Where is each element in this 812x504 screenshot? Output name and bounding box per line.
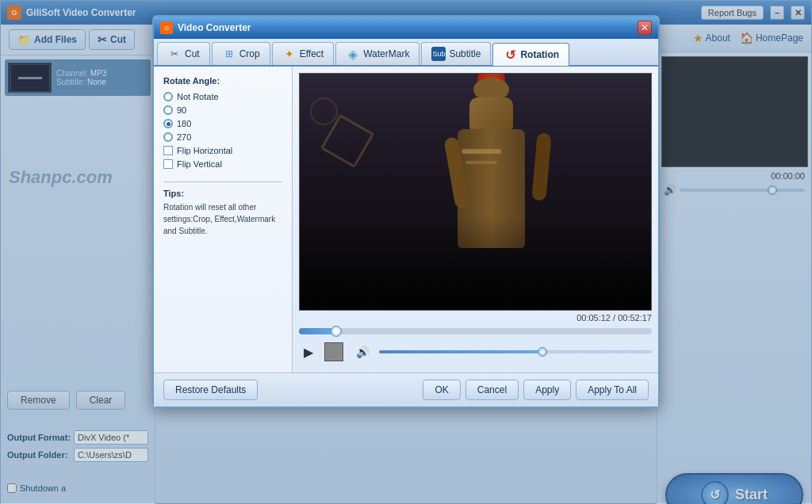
- time-display: 00:05:12 / 00:52:17: [299, 311, 652, 325]
- radio-180[interactable]: 180: [163, 119, 282, 128]
- video-preview: [299, 73, 652, 311]
- dialog-overlay: G Video Converter ✕ ✂ Cut ⊞ Crop ✦ Effec…: [1, 1, 811, 503]
- video-frame: [300, 74, 651, 310]
- radio-90[interactable]: 90: [163, 105, 282, 115]
- dialog-footer: Restore Defaults OK Cancel Apply Apply T…: [154, 372, 658, 407]
- video-converter-dialog: G Video Converter ✕ ✂ Cut ⊞ Crop ✦ Effec…: [152, 15, 660, 408]
- radio-270-btn[interactable]: [163, 132, 173, 142]
- volume-icon: 🔊: [356, 346, 370, 358]
- volume-thumb[interactable]: [538, 347, 547, 357]
- tab-effect[interactable]: ✦ Effect: [272, 42, 334, 65]
- apply-button[interactable]: Apply: [523, 380, 571, 400]
- radio-not-rotate-btn[interactable]: [163, 92, 173, 101]
- tab-cut[interactable]: ✂ Cut: [157, 42, 210, 65]
- tips-section: Tips: Rotation will reset all other sett…: [163, 181, 282, 237]
- dialog-close-button[interactable]: ✕: [638, 21, 652, 35]
- video-area: 00:05:12 / 00:52:17 ▶ 🔊: [293, 67, 658, 372]
- checkbox-flip-h[interactable]: Flip Horizontal: [163, 146, 282, 155]
- tab-subtitle[interactable]: Sub Subtitle: [421, 42, 491, 65]
- volume-progress: [379, 350, 542, 353]
- rotate-angle-title: Rotate Angle:: [163, 76, 282, 86]
- tab-watermark[interactable]: ◈ WaterMark: [335, 42, 419, 65]
- tips-text: Rotation will reset all other settings:C…: [163, 201, 282, 237]
- watermark-tab-icon: ◈: [346, 47, 360, 61]
- settings-panel: Rotate Angle: Not Rotate 90 180: [154, 67, 293, 372]
- tab-crop[interactable]: ⊞ Crop: [212, 42, 270, 65]
- tab-rotation[interactable]: ↺ Rotation: [492, 43, 569, 66]
- dialog-logo: G: [160, 21, 173, 34]
- rotation-tab-icon: ↺: [503, 48, 517, 62]
- ok-button[interactable]: OK: [423, 380, 460, 400]
- stop-button[interactable]: [324, 342, 343, 361]
- radio-not-rotate[interactable]: Not Rotate: [163, 92, 282, 101]
- effect-tab-icon: ✦: [282, 47, 297, 61]
- playback-controls: ▶ 🔊: [299, 338, 652, 366]
- checkbox-flip-v[interactable]: Flip Vertical: [163, 159, 282, 169]
- crop-tab-icon: ⊞: [222, 47, 236, 61]
- play-button[interactable]: ▶: [299, 342, 318, 361]
- tips-title: Tips:: [163, 189, 282, 198]
- subtitle-tab-icon: Sub: [431, 47, 446, 61]
- dialog-titlebar: G Video Converter ✕: [154, 17, 658, 39]
- dialog-body: Rotate Angle: Not Rotate 90 180: [154, 67, 658, 372]
- dialog-title: Video Converter: [178, 22, 638, 33]
- cut-tab-icon: ✂: [167, 47, 182, 61]
- footer-right-buttons: OK Cancel Apply Apply To All: [423, 380, 649, 400]
- flip-horizontal-checkbox[interactable]: [163, 146, 173, 155]
- radio-180-btn[interactable]: [163, 119, 173, 128]
- radio-270[interactable]: 270: [163, 132, 282, 142]
- seek-progress: [299, 328, 335, 334]
- dialog-tabs: ✂ Cut ⊞ Crop ✦ Effect ◈ WaterMark Sub: [154, 39, 658, 67]
- flip-vertical-checkbox[interactable]: [163, 159, 173, 169]
- seek-bar[interactable]: [299, 328, 652, 334]
- volume-slider[interactable]: [379, 350, 652, 353]
- main-app-window: G GiliSoft Video Converter Report Bugs –…: [0, 0, 812, 504]
- radio-90-btn[interactable]: [163, 105, 173, 115]
- seek-thumb[interactable]: [331, 326, 342, 337]
- restore-defaults-button[interactable]: Restore Defaults: [163, 380, 258, 400]
- cancel-button[interactable]: Cancel: [465, 380, 519, 400]
- apply-to-all-button[interactable]: Apply To All: [576, 380, 649, 400]
